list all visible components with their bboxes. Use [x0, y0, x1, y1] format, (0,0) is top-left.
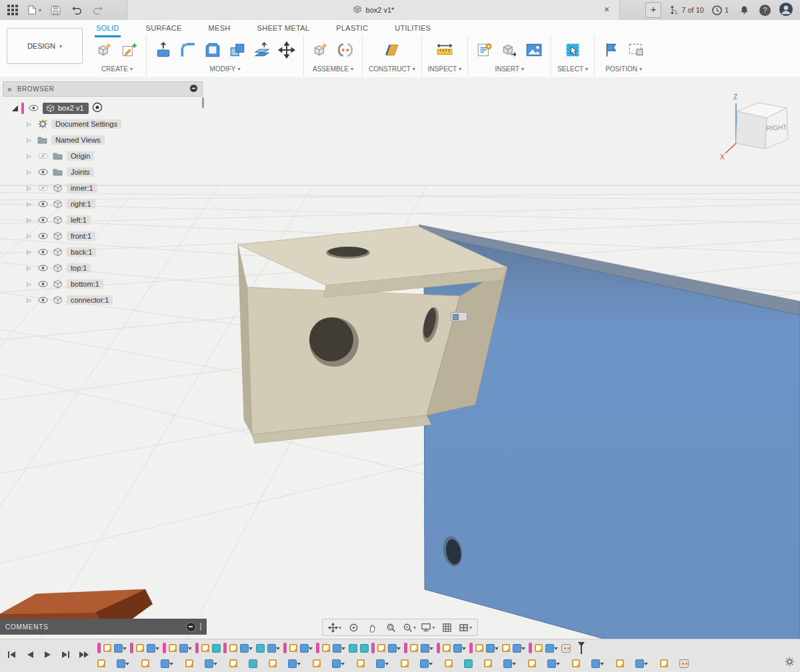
- viewcube-left-face[interactable]: [736, 111, 767, 149]
- timeline-feature-joint-icon[interactable]: [679, 659, 689, 668]
- comments-expand-icon[interactable]: [186, 622, 196, 632]
- construct-plane-button[interactable]: [381, 39, 403, 61]
- pan-hand-icon[interactable]: [364, 621, 380, 634]
- timeline-feature-sketch-icon[interactable]: [445, 659, 453, 667]
- timeline-feature-sketch-icon[interactable]: [313, 659, 321, 667]
- step-forward-button[interactable]: [59, 648, 73, 661]
- timeline-feature-box-icon[interactable]: [114, 644, 123, 653]
- group-label-assemble[interactable]: ASSEMBLE▾: [313, 65, 353, 73]
- timeline-feature-sketch-icon[interactable]: [185, 659, 193, 667]
- version-badge[interactable]: 7 of 10: [669, 5, 704, 15]
- timeline-feature-box-icon[interactable]: [503, 659, 512, 668]
- timeline-feature-marker-icon[interactable]: [371, 643, 375, 653]
- comments-bar[interactable]: COMMENTS: [0, 619, 207, 635]
- tab-sheet-metal[interactable]: SHEET METAL: [256, 23, 311, 37]
- select-button[interactable]: [562, 39, 583, 61]
- group-label-insert[interactable]: INSERT▾: [495, 65, 524, 73]
- play-button[interactable]: [41, 648, 55, 661]
- combine-button[interactable]: [227, 39, 248, 61]
- timeline-feature-sketch-icon[interactable]: [229, 644, 237, 652]
- timeline-feature-sketch-icon[interactable]: [169, 644, 177, 652]
- timeline-feature-marker-icon[interactable]: [195, 643, 199, 653]
- timeline-feature-box-icon[interactable]: [591, 659, 600, 668]
- selection-mini-toolbar[interactable]: [451, 312, 467, 321]
- timeline-feature-box-icon[interactable]: [267, 644, 276, 653]
- timeline-feature-marker-icon[interactable]: [404, 643, 407, 653]
- joint-button[interactable]: [335, 39, 356, 61]
- expand-icon[interactable]: ▷: [27, 217, 33, 223]
- visibility-eye-icon[interactable]: [37, 281, 49, 287]
- timeline-feature-box-icon[interactable]: [205, 659, 213, 668]
- expand-icon[interactable]: ▷: [27, 201, 33, 207]
- canvas-button[interactable]: [523, 39, 545, 61]
- timeline-feature-box-icon[interactable]: [453, 644, 462, 653]
- timeline-feature-cyan-icon[interactable]: [249, 659, 257, 668]
- tab-utilities[interactable]: UTILITIES: [393, 23, 432, 37]
- timeline-feature-sketch-icon[interactable]: [535, 644, 543, 652]
- browser-item-front-1[interactable]: ▷front:1: [3, 228, 203, 244]
- expand-icon[interactable]: ▷: [27, 121, 33, 127]
- timeline-feature-marker-icon[interactable]: [163, 643, 166, 653]
- notifications-bell-icon[interactable]: [737, 3, 751, 17]
- timeline-feature-sketch-icon[interactable]: [475, 644, 483, 652]
- visibility-eye-icon[interactable]: [37, 201, 49, 207]
- timeline-feature-sketch-icon[interactable]: [484, 659, 492, 667]
- grid-display-icon[interactable]: [439, 621, 455, 634]
- avatar[interactable]: [779, 2, 793, 18]
- job-status[interactable]: 1: [712, 5, 729, 15]
- save-icon[interactable]: [48, 3, 63, 17]
- zoom-icon[interactable]: ▾: [401, 621, 417, 634]
- timeline-feature-box-icon[interactable]: [388, 644, 397, 653]
- fillet-button[interactable]: [177, 39, 199, 61]
- comments-scroll-thumb[interactable]: [200, 623, 201, 631]
- browser-item-left-1[interactable]: ▷left:1: [3, 212, 203, 228]
- timeline-feature-sketch-icon[interactable]: [289, 644, 297, 652]
- timeline-feature-box-icon[interactable]: [179, 644, 188, 653]
- press-pull-button[interactable]: [153, 39, 174, 61]
- viewports-icon[interactable]: ▾: [457, 621, 473, 634]
- visibility-eye-icon[interactable]: [37, 185, 49, 191]
- timeline-feature-marker-icon[interactable]: [97, 643, 101, 653]
- timeline-feature-sketch-icon[interactable]: [103, 644, 111, 652]
- expand-icon[interactable]: ▷: [27, 297, 33, 303]
- timeline-feature-marker-icon[interactable]: [130, 643, 133, 653]
- visibility-eye-icon[interactable]: [37, 169, 49, 175]
- group-label-inspect[interactable]: INSPECT▾: [428, 65, 461, 73]
- timeline-settings-gear-icon[interactable]: [785, 657, 795, 668]
- timeline-feature-box-icon[interactable]: [421, 644, 429, 653]
- document-tab[interactable]: box2 v1* ×: [127, 0, 620, 20]
- viewport-canvas[interactable]: RIGHT Z X « BROWSER box2 v1: [0, 77, 800, 639]
- browser-header[interactable]: « BROWSER: [3, 81, 203, 97]
- expand-icon[interactable]: ▷: [27, 281, 33, 287]
- tab-surface[interactable]: SURFACE: [145, 23, 183, 37]
- timeline-feature-sketch-icon[interactable]: [357, 659, 365, 667]
- help-icon[interactable]: ?: [759, 5, 771, 16]
- timeline-feature-box-icon[interactable]: [635, 659, 644, 668]
- timeline-feature-cyan-icon[interactable]: [464, 659, 473, 668]
- timeline-feature-sketch-icon[interactable]: [616, 659, 624, 667]
- skip-to-start-button[interactable]: [5, 648, 19, 661]
- timeline-feature-sketch-icon[interactable]: [141, 659, 149, 667]
- group-label-select[interactable]: SELECT▾: [557, 65, 588, 73]
- step-back-button[interactable]: [23, 648, 37, 661]
- visibility-eye-icon[interactable]: [37, 233, 49, 239]
- browser-item-document-settings[interactable]: ▷Document Settings: [3, 116, 203, 132]
- visibility-eye-icon[interactable]: [37, 249, 49, 255]
- expand-icon[interactable]: ▷: [27, 249, 33, 255]
- measure-button[interactable]: [434, 39, 455, 61]
- file-menu-icon[interactable]: ▾: [27, 3, 41, 17]
- assemble-new-component-button[interactable]: [310, 39, 331, 61]
- timeline-feature-sketch-icon[interactable]: [528, 659, 536, 667]
- browser-item-bottom-1[interactable]: ▷bottom:1: [3, 276, 203, 292]
- timeline-feature-marker-icon[interactable]: [469, 643, 473, 653]
- browser-item-named-views[interactable]: ▷Named Views: [3, 132, 203, 148]
- browser-item-joints[interactable]: ▷Joints: [3, 164, 203, 180]
- tab-plastic[interactable]: PLASTIC: [335, 23, 369, 37]
- expand-icon[interactable]: ▷: [27, 137, 33, 143]
- view-cube[interactable]: RIGHT Z X: [715, 89, 798, 163]
- timeline-feature-box-icon[interactable]: [545, 644, 554, 653]
- activate-component-radio[interactable]: [92, 102, 103, 114]
- timeline-feature-sketch-icon[interactable]: [322, 644, 330, 652]
- capture-position-button[interactable]: [601, 39, 622, 61]
- tab-solid[interactable]: SOLID: [95, 23, 121, 37]
